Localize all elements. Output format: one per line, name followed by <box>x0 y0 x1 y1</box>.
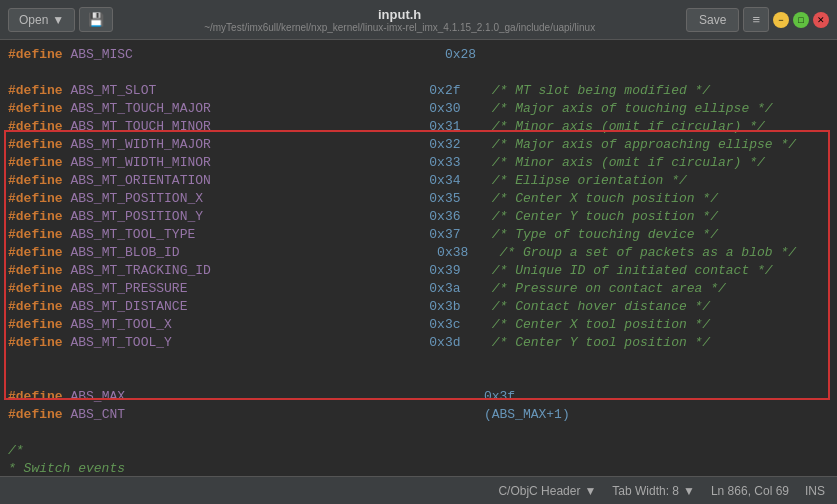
window-controls: − □ ✕ <box>773 12 829 28</box>
code-line-abs-mt-tool-x: #define ABS_MT_TOOL_X 0x3c /* Center X t… <box>0 316 837 334</box>
close-button[interactable]: ✕ <box>813 12 829 28</box>
code-line-switch-events: * Switch events <box>0 460 837 476</box>
open-chevron-icon: ▼ <box>52 13 64 27</box>
code-line-abs-mt-width-major: #define ABS_MT_WIDTH_MAJOR 0x32 /* Major… <box>0 136 837 154</box>
maximize-button[interactable]: □ <box>793 12 809 28</box>
code-line-blank-4 <box>0 424 837 442</box>
open-button[interactable]: Open ▼ <box>8 8 75 32</box>
open-label: Open <box>19 13 48 27</box>
titlebar-center: input.h ~/myTest/imx6ull/kernel/nxp_kern… <box>204 7 595 33</box>
code-line-abs-mt-position-x: #define ABS_MT_POSITION_X 0x35 /* Center… <box>0 190 837 208</box>
code-line-abs-max: #define ABS_MAX 0x3f <box>0 388 837 406</box>
code-line-abs-mt-tool-type: #define ABS_MT_TOOL_TYPE 0x37 /* Type of… <box>0 226 837 244</box>
code-line-blank-2 <box>0 352 837 370</box>
menu-button[interactable]: ≡ <box>743 7 769 32</box>
titlebar: Open ▼ 💾 input.h ~/myTest/imx6ull/kernel… <box>0 0 837 40</box>
code-line-abs-mt-tracking-id: #define ABS_MT_TRACKING_ID 0x39 /* Uniqu… <box>0 262 837 280</box>
position-label: Ln 866, Col 69 <box>711 484 789 498</box>
code-line-abs-mt-orientation: #define ABS_MT_ORIENTATION 0x34 /* Ellip… <box>0 172 837 190</box>
editor[interactable]: #define ABS_MISC 0x28 #define ABS_MT_SLO… <box>0 40 837 476</box>
code-line-abs-mt-width-minor: #define ABS_MT_WIDTH_MINOR 0x33 /* Minor… <box>0 154 837 172</box>
titlebar-left: Open ▼ 💾 <box>8 7 113 32</box>
tab-width-indicator[interactable]: Tab Width: 8 ▼ <box>612 484 695 498</box>
file-path: ~/myTest/imx6ull/kernel/nxp_kernel/linux… <box>204 22 595 33</box>
code-line-abs-mt-slot: #define ABS_MT_SLOT 0x2f /* MT slot bein… <box>0 82 837 100</box>
code-line-abs-misc: #define ABS_MISC 0x28 <box>0 46 837 64</box>
code-line-abs-mt-touch-major: #define ABS_MT_TOUCH_MAJOR 0x30 /* Major… <box>0 100 837 118</box>
code-line-comment-open: /* <box>0 442 837 460</box>
code-line-abs-mt-distance: #define ABS_MT_DISTANCE 0x3b /* Contact … <box>0 298 837 316</box>
code-line-abs-cnt: #define ABS_CNT (ABS_MAX+1) <box>0 406 837 424</box>
tab-width-dropdown-icon[interactable]: ▼ <box>683 484 695 498</box>
save-icon-button[interactable]: 💾 <box>79 7 113 32</box>
mode-label: INS <box>805 484 825 498</box>
minimize-button[interactable]: − <box>773 12 789 28</box>
language-indicator[interactable]: C/ObjC Header ▼ <box>498 484 596 498</box>
save-button[interactable]: Save <box>686 8 739 32</box>
code-line-abs-mt-blob-id: #define ABS_MT_BLOB_ID 0x38 /* Group a s… <box>0 244 837 262</box>
code-line-abs-mt-pressure: #define ABS_MT_PRESSURE 0x3a /* Pressure… <box>0 280 837 298</box>
code-line-blank-1 <box>0 64 837 82</box>
file-title: input.h <box>378 7 421 22</box>
code-line-abs-mt-position-y: #define ABS_MT_POSITION_Y 0x36 /* Center… <box>0 208 837 226</box>
tab-width-label: Tab Width: 8 <box>612 484 679 498</box>
cursor-position: Ln 866, Col 69 <box>711 484 789 498</box>
language-dropdown-icon[interactable]: ▼ <box>584 484 596 498</box>
code-line-abs-mt-touch-minor: #define ABS_MT_TOUCH_MINOR 0x31 /* Minor… <box>0 118 837 136</box>
code-line-blank-3 <box>0 370 837 388</box>
statusbar: C/ObjC Header ▼ Tab Width: 8 ▼ Ln 866, C… <box>0 476 837 504</box>
language-label: C/ObjC Header <box>498 484 580 498</box>
code-line-abs-mt-tool-y: #define ABS_MT_TOOL_Y 0x3d /* Center Y t… <box>0 334 837 352</box>
insert-mode: INS <box>805 484 825 498</box>
titlebar-right: Save ≡ − □ ✕ <box>686 7 829 32</box>
